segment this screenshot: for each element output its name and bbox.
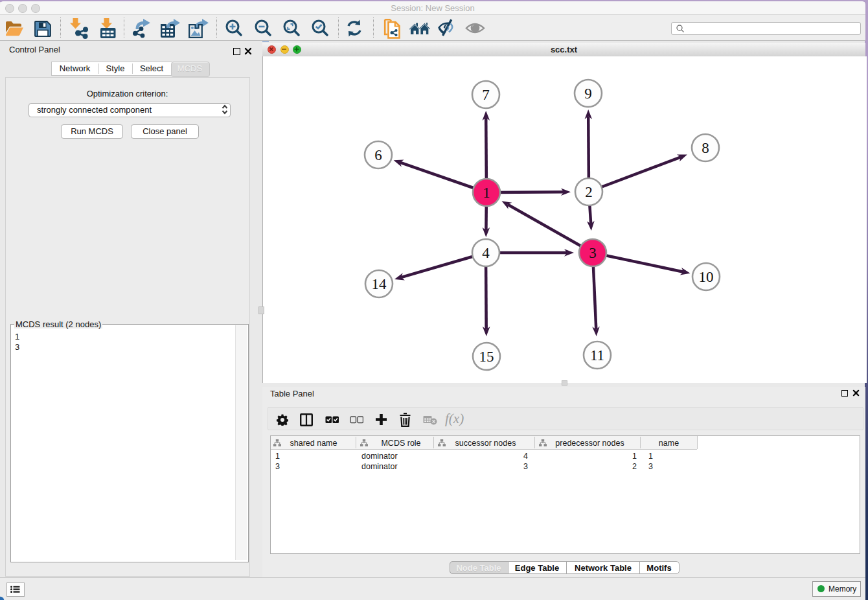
svg-text:1: 1 — [483, 185, 490, 201]
svg-text:10: 10 — [699, 269, 714, 285]
svg-text:11: 11 — [590, 347, 604, 363]
svg-text:3: 3 — [589, 245, 597, 261]
svg-text:7: 7 — [482, 87, 490, 103]
svg-text:14: 14 — [372, 276, 387, 292]
svg-text:15: 15 — [479, 349, 494, 365]
svg-text:4: 4 — [482, 245, 490, 261]
svg-text:8: 8 — [702, 140, 709, 156]
svg-text:6: 6 — [374, 147, 382, 163]
svg-text:2: 2 — [585, 184, 593, 200]
svg-text:9: 9 — [584, 86, 592, 102]
